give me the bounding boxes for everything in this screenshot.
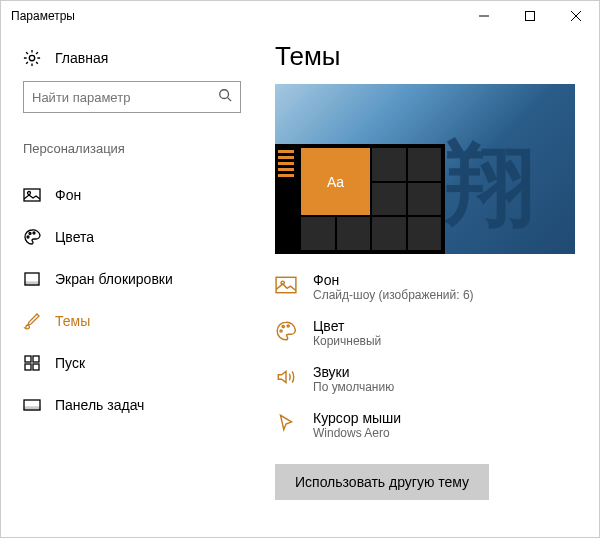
window-title: Параметры: [11, 9, 461, 23]
setting-background[interactable]: Фон Слайд-шоу (изображений: 6): [275, 272, 575, 302]
svg-rect-15: [33, 356, 39, 362]
nav-label: Экран блокировки: [55, 271, 173, 287]
svg-rect-17: [33, 364, 39, 370]
setting-title: Фон: [313, 272, 474, 288]
nav-item-themes[interactable]: Темы: [1, 300, 263, 342]
nav-item-background[interactable]: Фон: [1, 174, 263, 216]
setting-subtitle: Windows Aero: [313, 426, 401, 440]
palette-icon: [23, 228, 41, 246]
setting-title: Курсор мыши: [313, 410, 401, 426]
setting-color[interactable]: Цвет Коричневый: [275, 318, 575, 348]
gear-icon: [23, 49, 41, 67]
palette-icon: [275, 320, 297, 342]
svg-point-9: [27, 236, 29, 238]
svg-rect-1: [526, 12, 535, 21]
svg-point-4: [29, 55, 34, 60]
minimize-button[interactable]: [461, 1, 507, 31]
home-label: Главная: [55, 50, 108, 66]
home-link[interactable]: Главная: [23, 49, 241, 67]
setting-sounds[interactable]: Звуки По умолчанию: [275, 364, 575, 394]
nav-item-lockscreen[interactable]: Экран блокировки: [1, 258, 263, 300]
svg-line-6: [228, 98, 232, 102]
setting-subtitle: Коричневый: [313, 334, 381, 348]
svg-rect-13: [25, 282, 39, 285]
svg-point-8: [28, 192, 31, 195]
start-icon: [23, 354, 41, 372]
search-icon: [218, 88, 232, 106]
nav-item-start[interactable]: Пуск: [1, 342, 263, 384]
theme-preview: 翔 Aa: [275, 84, 575, 254]
svg-rect-19: [24, 407, 40, 410]
preview-kanji: 翔: [445, 124, 535, 246]
page-title: Темы: [275, 41, 575, 72]
taskbar-icon: [23, 396, 41, 414]
setting-subtitle: По умолчанию: [313, 380, 394, 394]
preview-start-menu: Aa: [275, 144, 445, 254]
nav-label: Темы: [55, 313, 90, 329]
cursor-icon: [275, 412, 297, 434]
nav-item-colors[interactable]: Цвета: [1, 216, 263, 258]
svg-point-24: [287, 325, 289, 327]
nav-label: Панель задач: [55, 397, 144, 413]
svg-rect-16: [25, 364, 31, 370]
section-header: Персонализация: [23, 141, 241, 156]
use-other-theme-button[interactable]: Использовать другую тему: [275, 464, 489, 500]
titlebar: Параметры: [1, 1, 599, 31]
search-box[interactable]: [23, 81, 241, 113]
setting-subtitle: Слайд-шоу (изображений: 6): [313, 288, 474, 302]
setting-cursor[interactable]: Курсор мыши Windows Aero: [275, 410, 575, 440]
nav-label: Цвета: [55, 229, 94, 245]
search-input[interactable]: [32, 90, 218, 105]
brush-icon: [23, 312, 41, 330]
preview-accent-tile: Aa: [301, 148, 370, 215]
setting-title: Цвет: [313, 318, 381, 334]
svg-rect-7: [24, 189, 40, 201]
lockscreen-icon: [23, 270, 41, 288]
nav-label: Пуск: [55, 355, 85, 371]
svg-rect-20: [276, 277, 296, 292]
picture-icon: [23, 186, 41, 204]
svg-point-10: [29, 233, 31, 235]
svg-point-5: [220, 90, 229, 99]
svg-point-23: [282, 326, 284, 328]
window-controls: [461, 1, 599, 31]
setting-title: Звуки: [313, 364, 394, 380]
svg-point-22: [280, 330, 282, 332]
close-button[interactable]: [553, 1, 599, 31]
maximize-button[interactable]: [507, 1, 553, 31]
speaker-icon: [275, 366, 297, 388]
nav-label: Фон: [55, 187, 81, 203]
svg-rect-14: [25, 356, 31, 362]
svg-point-11: [33, 232, 35, 234]
main-content: Темы 翔 Aa Фон Слайд-шоу (изображений: 6): [263, 31, 599, 537]
picture-icon: [275, 274, 297, 296]
nav-item-taskbar[interactable]: Панель задач: [1, 384, 263, 426]
sidebar: Главная Персонализация Фон Цвета Экран б…: [1, 31, 263, 537]
